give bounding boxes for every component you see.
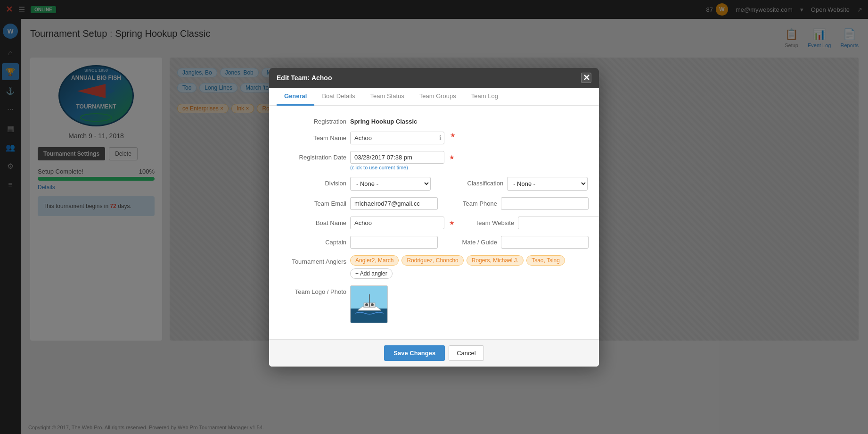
angler-tag[interactable]: Rodriguez, Choncho — [401, 255, 463, 266]
division-select[interactable]: - None - — [350, 177, 431, 191]
form-row-registration: Registration Spring Hookup Classic — [280, 115, 588, 125]
svg-point-7 — [365, 303, 368, 306]
division-label: Division — [280, 177, 346, 187]
form-row-email: Team Email Team Phone — [280, 197, 588, 210]
team-phone-label: Team Phone — [445, 197, 497, 207]
tab-general[interactable]: General — [277, 88, 314, 106]
form-row-division: Division - None - Classification - None … — [280, 177, 588, 191]
classification-select[interactable]: - None - — [507, 177, 588, 191]
required-star-boat: ★ — [449, 219, 455, 226]
reg-date-label: Registration Date — [280, 151, 346, 161]
reg-date-input[interactable] — [350, 151, 444, 164]
svg-point-8 — [371, 303, 374, 306]
form-row-captain: Captain Mate / Guide — [280, 236, 588, 249]
form-row-boat: Boat Name ★ Team Website — [280, 217, 588, 229]
form-row-team-logo: Team Logo / Photo — [280, 285, 588, 323]
team-logo-label: Team Logo / Photo — [280, 285, 346, 295]
modal-tabs: General Boat Details Team Status Team Gr… — [269, 88, 599, 106]
cancel-button[interactable]: Cancel — [449, 345, 483, 361]
info-icon: ℹ — [439, 134, 442, 142]
captain-label: Captain — [280, 236, 346, 246]
captain-input[interactable] — [350, 236, 438, 249]
registration-value: Spring Hookup Classic — [350, 115, 588, 125]
boat-name-label: Boat Name — [280, 217, 346, 226]
tab-boat-details[interactable]: Boat Details — [314, 88, 362, 106]
modal-footer: Save Changes Cancel — [269, 339, 599, 367]
angler-tag[interactable]: Tsao, Tsing — [526, 255, 565, 266]
angler-tag[interactable]: Rogers, Michael J. — [467, 255, 524, 266]
team-email-label: Team Email — [280, 197, 346, 207]
svg-rect-4 — [351, 309, 388, 323]
form-row-anglers: Tournament Anglers Angler2, March Rodrig… — [280, 255, 588, 279]
team-photo-box[interactable] — [350, 285, 388, 323]
tab-team-log[interactable]: Team Log — [464, 88, 506, 106]
boat-name-input[interactable] — [350, 217, 444, 229]
angler-tag[interactable]: Angler2, March — [350, 255, 399, 266]
modal-title: Edit Team: Achoo — [277, 74, 332, 82]
edit-team-modal: Edit Team: Achoo ✕ General Boat Details … — [269, 68, 599, 367]
date-hint[interactable]: (click to use current time) — [350, 165, 455, 170]
team-website-label: Team Website — [462, 217, 514, 226]
modal-close-button[interactable]: ✕ — [581, 73, 591, 83]
tab-team-groups[interactable]: Team Groups — [412, 88, 464, 106]
boat-photo-svg — [351, 286, 388, 323]
mate-guide-input[interactable] — [501, 236, 589, 249]
registration-label: Registration — [280, 115, 346, 125]
anglers-container: Angler2, March Rodriguez, Choncho Rogers… — [350, 255, 588, 279]
modal-overlay[interactable]: Edit Team: Achoo ✕ General Boat Details … — [0, 0, 868, 434]
modal-body: Registration Spring Hookup Classic Team … — [269, 106, 599, 339]
tournament-anglers-label: Tournament Anglers — [280, 255, 346, 265]
modal-header: Edit Team: Achoo ✕ — [269, 68, 599, 88]
add-angler-button[interactable]: + Add angler — [350, 268, 393, 279]
tab-team-status[interactable]: Team Status — [363, 88, 412, 106]
mate-guide-label: Mate / Guide — [445, 236, 497, 246]
team-name-input[interactable] — [350, 132, 444, 144]
team-name-input-wrapper: ℹ — [350, 132, 444, 144]
required-star-date: ★ — [449, 154, 455, 161]
form-row-reg-date: Registration Date ★ (click to use curren… — [280, 151, 588, 170]
team-website-input[interactable] — [518, 217, 599, 229]
team-email-input[interactable] — [350, 197, 438, 210]
team-name-label: Team Name — [280, 132, 346, 142]
form-row-team-name: Team Name ℹ ★ — [280, 132, 588, 144]
classification-label: Classification — [451, 177, 503, 187]
reg-date-wrapper: ★ (click to use current time) — [350, 151, 455, 170]
team-phone-input[interactable] — [501, 197, 589, 210]
required-star: ★ — [450, 132, 456, 139]
save-changes-button[interactable]: Save Changes — [384, 345, 445, 361]
